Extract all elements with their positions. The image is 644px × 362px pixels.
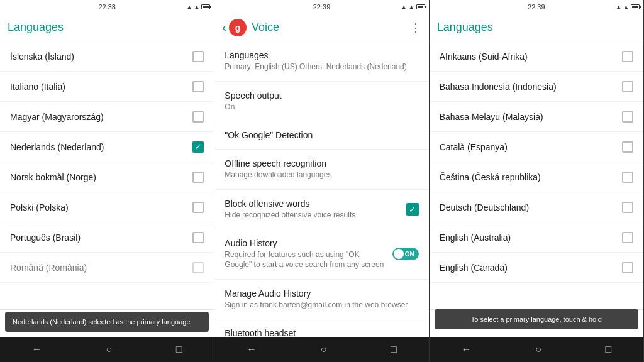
checkbox-english-ca[interactable] [622, 262, 633, 273]
list-item-afrikaans[interactable]: Afrikaans (Suid-Afrika) [430, 41, 643, 72]
lang-name-4: Norsk bokmål (Norge) [10, 172, 96, 182]
wifi-icon-2: ▲ [401, 4, 407, 10]
list-item-deutsch[interactable]: Deutsch (Deutschland) [430, 192, 643, 222]
time-2: 22:39 [313, 3, 331, 11]
list-item-bahasa-my[interactable]: Bahasa Melayu (Malaysia) [430, 102, 643, 132]
battery-icon-3 [631, 4, 640, 9]
setting-speech-output[interactable]: Speech output On [214, 82, 428, 122]
app-bar-3: Languages [430, 14, 643, 41]
list-item-english-au[interactable]: English (Australia) [430, 222, 643, 253]
list-item-romana[interactable]: Română (România) [0, 253, 214, 283]
setting-bluetooth[interactable]: Bluetooth headset [214, 319, 428, 337]
wifi-icon: ▲ [186, 4, 192, 10]
setting-ok-google[interactable]: "Ok Google" Detection [214, 121, 428, 150]
status-icons-3: ▲ ▲ [616, 4, 640, 10]
app-bar-1: Languages [0, 14, 214, 41]
signal-icon: ▲ [194, 4, 199, 10]
p3-lang-0: Afrikaans (Suid-Afrika) [440, 52, 528, 62]
setting-audio-history[interactable]: Audio History Required for features such… [214, 229, 428, 279]
lang-name-3: Nederlands (Nederland) [10, 142, 104, 152]
status-icons-2: ▲ ▲ [401, 4, 425, 10]
list-item-polski[interactable]: Polski (Polska) [0, 192, 214, 222]
voice-settings-list[interactable]: Languages Primary: English (US) Others: … [214, 41, 428, 337]
bottom-nav-1: ← ○ □ [0, 337, 214, 362]
signal-icon-2: ▲ [409, 4, 414, 10]
google-icon: g [229, 19, 247, 36]
checkbox-block-offensive[interactable] [406, 203, 419, 216]
lang-name-5: Polski (Polska) [10, 202, 69, 212]
checkbox-bahasa-my[interactable] [622, 111, 633, 123]
bottom-nav-3: ← ○ □ [430, 337, 643, 362]
p3-lang-7: English (Canada) [440, 263, 508, 273]
checkbox-english-au[interactable] [622, 232, 633, 243]
back-button-2[interactable]: ‹ [222, 20, 226, 35]
p3-lang-1: Bahasa Indonesia (Indonesia) [440, 82, 557, 92]
home-nav-1[interactable]: ○ [101, 339, 117, 360]
checkbox-norsk[interactable] [192, 172, 204, 183]
checkbox-portugues[interactable] [192, 232, 204, 243]
lang-name-1: Italiano (Italia) [10, 82, 65, 92]
status-bar-2: 22:39 ▲ ▲ [214, 0, 428, 14]
list-item-catala[interactable]: Català (Espanya) [430, 132, 643, 162]
lang-name-7: Română (România) [10, 263, 87, 273]
language-list-1[interactable]: Íslenska (Ísland) Italiano (Italia) Magy… [0, 41, 214, 309]
p3-lang-6: English (Australia) [440, 233, 511, 243]
list-item-magyar[interactable]: Magyar (Magyarország) [0, 102, 214, 132]
checkbox-magyar[interactable] [192, 111, 204, 123]
setting-manage-audio[interactable]: Manage Audio History Sign in as frank.ba… [214, 280, 428, 320]
list-item-nederlands[interactable]: Nederlands (Nederland) [0, 132, 214, 162]
snackbar-message: Nederlands (Nederland) selected as the p… [5, 312, 209, 332]
wifi-icon-3: ▲ [616, 4, 621, 10]
signal-icon-3: ▲ [623, 4, 629, 10]
checkbox-nederlands[interactable] [192, 141, 204, 153]
recent-nav-1[interactable]: □ [171, 339, 187, 360]
checkbox-cestina[interactable] [622, 172, 633, 183]
setting-block-offensive[interactable]: Block offensive words Hide recognized of… [214, 190, 428, 230]
recent-nav-3[interactable]: □ [600, 339, 616, 360]
setting-languages[interactable]: Languages Primary: English (US) Others: … [214, 41, 428, 82]
lang-name-2: Magyar (Magyarország) [10, 112, 104, 122]
recent-nav-2[interactable]: □ [386, 339, 402, 360]
bottom-nav-2: ← ○ □ [214, 337, 428, 362]
tooltip-message: To select a primary language, touch & ho… [435, 309, 638, 329]
list-item-english-ca[interactable]: English (Canada) [430, 253, 643, 283]
checkbox-islenska[interactable] [192, 51, 204, 62]
list-item-norsk[interactable]: Norsk bokmål (Norge) [0, 162, 214, 192]
back-nav-3[interactable]: ← [456, 339, 476, 360]
p3-lang-3: Català (Espanya) [440, 142, 508, 152]
home-nav-2[interactable]: ○ [316, 339, 332, 360]
list-item-cestina[interactable]: Čeština (Česká republika) [430, 162, 643, 192]
time-3: 22:39 [528, 3, 545, 11]
p3-lang-5: Deutsch (Deutschland) [440, 202, 529, 212]
checkbox-deutsch[interactable] [622, 202, 633, 213]
panel-voice-settings: 22:39 ▲ ▲ ‹ g Voice ⋮ Languages Primary:… [214, 0, 429, 362]
status-icons-1: ▲ ▲ [186, 4, 210, 10]
status-bar-1: 22:38 ▲ ▲ [0, 0, 214, 14]
home-nav-3[interactable]: ○ [530, 339, 547, 360]
lang-name-6: Português (Brasil) [10, 233, 80, 243]
checkbox-catala[interactable] [622, 141, 633, 153]
status-bar-3: 22:39 ▲ ▲ [430, 0, 643, 14]
languages-title-1: Languages [8, 21, 206, 34]
checkbox-romana[interactable] [192, 262, 204, 273]
toggle-audio-history[interactable]: ON [392, 248, 419, 260]
checkbox-italiano[interactable] [192, 81, 204, 92]
more-options-button[interactable]: ⋮ [410, 21, 421, 35]
list-item-islenska[interactable]: Íslenska (Ísland) [0, 41, 214, 72]
panel-languages-left: 22:38 ▲ ▲ Languages Íslenska (Ísland) It… [0, 0, 214, 362]
p3-lang-4: Čeština (Česká republika) [440, 172, 541, 182]
language-list-3[interactable]: Afrikaans (Suid-Afrika) Bahasa Indonesia… [430, 41, 643, 309]
checkbox-bahasa-id[interactable] [622, 81, 633, 92]
battery-icon [201, 4, 210, 9]
list-item-bahasa-id[interactable]: Bahasa Indonesia (Indonesia) [430, 72, 643, 102]
languages-title-3: Languages [437, 21, 636, 34]
checkbox-polski[interactable] [192, 202, 204, 213]
list-item-portugues[interactable]: Português (Brasil) [0, 222, 214, 253]
list-item-italiano[interactable]: Italiano (Italia) [0, 72, 214, 102]
lang-name-0: Íslenska (Ísland) [10, 52, 74, 62]
back-nav-2[interactable]: ← [242, 339, 262, 360]
back-nav-1[interactable]: ← [27, 339, 47, 360]
checkbox-afrikaans[interactable] [622, 51, 633, 62]
p3-lang-2: Bahasa Melayu (Malaysia) [440, 112, 543, 122]
setting-offline-speech[interactable]: Offline speech recognition Manage downlo… [214, 150, 428, 190]
